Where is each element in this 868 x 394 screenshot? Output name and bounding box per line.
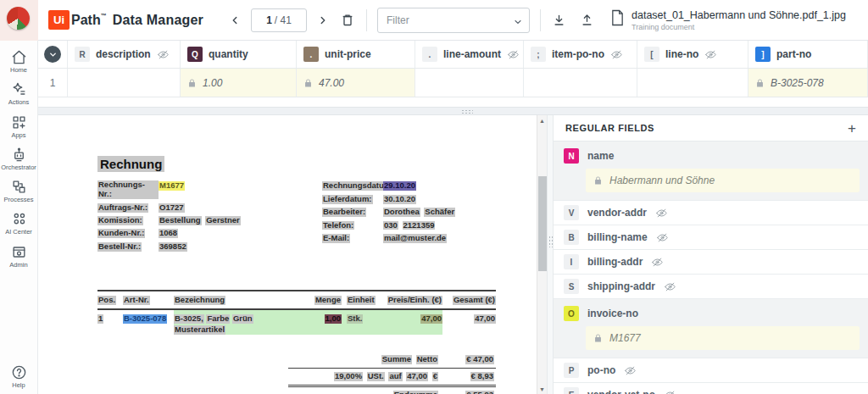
doc-word[interactable]: Gerstner [205, 216, 241, 225]
eye-slash-icon[interactable] [664, 281, 676, 292]
splitter-handle-icon[interactable] [548, 236, 553, 247]
sidebar-item-ai-center[interactable]: AI Center [0, 211, 38, 236]
field-row-billing-addr[interactable]: Ibilling-addr [554, 250, 868, 275]
doc-word[interactable]: 30.10.20 [383, 195, 416, 204]
eye-slash-icon[interactable] [655, 208, 668, 219]
scrollbar-thumb[interactable] [538, 176, 547, 271]
upload-icon[interactable] [579, 12, 595, 29]
doc-word[interactable]: 030 [383, 221, 398, 230]
sidebar-item-actions[interactable]: Actions [0, 81, 38, 106]
doc-word[interactable]: € 47,00 [465, 355, 494, 364]
cell-quantity[interactable]: 1.00 [181, 69, 297, 97]
eye-slash-icon[interactable] [624, 365, 637, 376]
eye-slash-icon[interactable] [664, 390, 676, 394]
delete-document-button[interactable] [339, 11, 356, 29]
sidebar-item-apps[interactable]: Apps [0, 114, 38, 139]
doc-word[interactable]: Grün [232, 314, 253, 324]
scroll-down-icon[interactable]: ▼ [537, 384, 548, 394]
eye-slash-icon[interactable] [610, 49, 623, 60]
doc-word[interactable]: € 55,93 [465, 391, 494, 394]
doc-word[interactable]: Stk. [347, 314, 363, 324]
doc-word[interactable]: 29.10.20 [383, 181, 416, 191]
doc-word[interactable]: Bezeichnung [174, 296, 225, 305]
filter-dropdown[interactable] [377, 8, 530, 33]
page-indicator-input[interactable]: 1 / 41 [251, 8, 307, 32]
doc-word[interactable]: Musterartikel [174, 325, 225, 335]
field-row-shipping-addr[interactable]: Sshipping-addr [554, 275, 868, 299]
field-value-input[interactable]: Habermann und Söhne [586, 169, 860, 192]
previous-page-button[interactable] [227, 13, 242, 28]
doc-word[interactable]: Preis/Einh. (€) [387, 296, 442, 305]
field-row-billing-name[interactable]: Bbilling-name [554, 225, 868, 250]
cell-line-no[interactable] [637, 69, 748, 97]
doc-word[interactable]: Art-Nr. [123, 296, 150, 305]
sidebar-item-home[interactable]: Home [0, 49, 38, 74]
doc-word[interactable]: 47,00 [406, 372, 428, 381]
eye-slash-icon[interactable] [157, 49, 170, 60]
doc-word[interactable]: 1 [97, 314, 103, 324]
doc-word[interactable]: Endsumme [393, 391, 438, 394]
eye-slash-icon[interactable] [656, 232, 669, 243]
doc-word[interactable]: Farbe [206, 314, 230, 324]
doc-word[interactable]: Komission: [97, 216, 143, 225]
cell-unit-price[interactable]: 47.00 [297, 69, 415, 97]
eye-slash-icon[interactable] [651, 257, 664, 268]
doc-word[interactable]: B-3025-078 [123, 314, 167, 324]
add-field-button[interactable]: + [848, 121, 856, 136]
doc-word[interactable]: 369852 [159, 242, 187, 252]
scrollbar-track[interactable] [537, 125, 548, 384]
column-header-line-amount[interactable]: . line-amount [415, 41, 524, 68]
doc-word[interactable]: 1068 [159, 229, 178, 238]
doc-word[interactable]: mail@muster.de [383, 234, 447, 243]
doc-word[interactable]: Rechnungs-Nr.: [97, 180, 159, 199]
doc-word[interactable]: Bearbeiter: [322, 208, 366, 217]
splitter-handle-icon[interactable] [461, 109, 473, 114]
column-header-part-no[interactable]: ] part-no [748, 41, 868, 68]
doc-word[interactable]: Einheit [347, 296, 376, 305]
doc-word[interactable]: auf [388, 372, 402, 381]
doc-word[interactable]: Pos. [97, 296, 116, 305]
doc-word[interactable]: Lieferdatum: [322, 195, 373, 204]
doc-word[interactable]: Bestell-Nr.: [97, 242, 142, 252]
doc-word[interactable]: Gesamt (€) [453, 296, 496, 305]
next-page-button[interactable] [315, 13, 331, 28]
doc-word[interactable]: € 8,93 [470, 372, 494, 381]
doc-word[interactable]: € [432, 372, 438, 381]
doc-word[interactable]: Telefon: [322, 221, 354, 230]
doc-word[interactable]: 2121359 [403, 221, 436, 230]
field-row-po-no[interactable]: Ppo-no [554, 358, 868, 383]
eye-slash-icon[interactable] [507, 49, 520, 60]
chevron-down-circle-icon[interactable] [44, 46, 61, 63]
filter-input[interactable] [377, 8, 530, 33]
doc-word[interactable]: M1677 [159, 181, 185, 191]
doc-word[interactable]: Summe [381, 355, 412, 364]
scroll-up-icon[interactable]: ▲ [537, 115, 548, 125]
field-value-input[interactable]: M1677 [586, 326, 860, 350]
document-preview[interactable]: Rechnung Rechnungs-Nr.: M1677 Auftrags-N… [38, 115, 537, 394]
cell-item-po-no[interactable] [524, 69, 637, 97]
field-row-name[interactable]: Nname Habermann und Söhne [554, 142, 868, 201]
cell-line-amount[interactable] [415, 69, 524, 97]
field-row-invoice-no[interactable]: Oinvoice-no M1677 [554, 299, 868, 358]
sidebar-item-help[interactable]: Help [0, 364, 38, 389]
doc-word[interactable]: E-Mail: [322, 234, 350, 243]
cell-description[interactable] [68, 69, 181, 97]
doc-word[interactable]: Kunden-Nr.: [97, 229, 145, 238]
doc-word[interactable]: 47,00 [420, 314, 442, 324]
download-icon[interactable] [551, 12, 567, 29]
doc-word[interactable]: Bestellung [159, 216, 202, 225]
doc-word[interactable]: Schäfer [424, 208, 455, 217]
doc-word[interactable]: Dorothea [383, 208, 420, 217]
eye-slash-icon[interactable] [704, 49, 717, 60]
doc-word[interactable]: USt. [367, 372, 385, 381]
field-row-vendor-addr[interactable]: Vvendor-addr [554, 201, 868, 225]
column-header-line-no[interactable]: [ line-no [637, 41, 748, 68]
column-header-unit-price[interactable]: . unit-price [297, 41, 415, 68]
horizontal-splitter[interactable] [38, 107, 868, 115]
doc-word[interactable]: O1727 [159, 203, 185, 213]
column-header-item-po-no[interactable]: ; item-po-no [524, 41, 637, 68]
doc-word[interactable]: 1,00 [325, 314, 342, 324]
sidebar-item-processes[interactable]: Processes [0, 179, 38, 203]
doc-word[interactable]: Auftrags-Nr.: [97, 203, 148, 213]
vertical-splitter[interactable] [547, 115, 554, 394]
